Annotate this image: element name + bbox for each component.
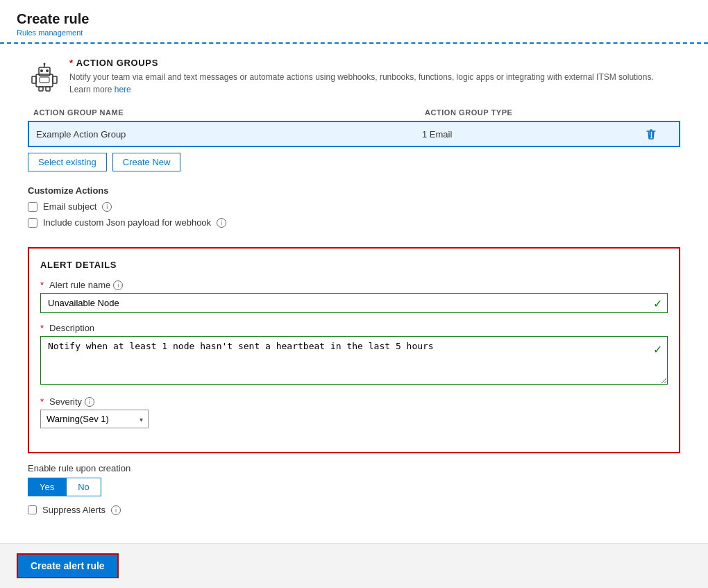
svg-rect-7 bbox=[53, 76, 57, 83]
page-title: Create rule bbox=[17, 11, 691, 27]
robot-icon bbox=[28, 60, 61, 94]
alert-rule-name-valid-icon: ✓ bbox=[653, 296, 662, 310]
svg-rect-6 bbox=[32, 76, 36, 83]
alert-rule-name-info-icon: i bbox=[113, 280, 123, 290]
action-group-table-header: ACTION GROUP NAME ACTION GROUP TYPE bbox=[28, 104, 680, 121]
create-alert-rule-button[interactable]: Create alert rule bbox=[17, 553, 119, 578]
alert-details-label: ALERT DETAILS bbox=[40, 260, 668, 270]
severity-select[interactable]: Warning(Sev 1) Critical(Sev 0) Error(Sev… bbox=[40, 410, 149, 428]
description-textarea[interactable] bbox=[40, 336, 668, 385]
enable-yes-button[interactable]: Yes bbox=[28, 478, 66, 496]
action-groups-label: *ACTION GROUPS bbox=[69, 58, 680, 68]
custom-json-info-icon: i bbox=[217, 218, 226, 228]
create-new-button[interactable]: Create New bbox=[112, 153, 181, 171]
severity-label: * Severity i bbox=[40, 396, 668, 407]
suppress-alerts-label: Suppress Alerts bbox=[42, 505, 106, 515]
custom-json-label: Include custom Json payload for webhook bbox=[43, 217, 211, 228]
description-valid-icon: ✓ bbox=[653, 343, 662, 356]
learn-more-link[interactable]: here bbox=[115, 85, 131, 94]
description-label: * Description bbox=[40, 323, 668, 333]
action-group-type: 1 Email bbox=[422, 129, 630, 140]
custom-json-checkbox[interactable] bbox=[28, 218, 37, 228]
enable-no-button[interactable]: No bbox=[66, 478, 101, 496]
suppress-alerts-info-icon: i bbox=[111, 505, 121, 515]
email-subject-checkbox[interactable] bbox=[28, 202, 37, 212]
alert-rule-name-input[interactable] bbox=[40, 293, 668, 313]
svg-rect-9 bbox=[46, 87, 50, 91]
breadcrumb[interactable]: Rules management bbox=[17, 28, 691, 37]
customize-actions-title: Customize Actions bbox=[28, 185, 680, 196]
svg-point-2 bbox=[40, 69, 43, 72]
svg-rect-10 bbox=[40, 77, 49, 83]
svg-point-5 bbox=[44, 62, 46, 65]
action-group-row: Example Action Group 1 Email bbox=[28, 121, 680, 147]
email-subject-label: Email subject bbox=[43, 201, 96, 212]
action-group-name: Example Action Group bbox=[36, 129, 422, 140]
enable-rule-label: Enable rule upon creation bbox=[28, 463, 680, 473]
svg-point-3 bbox=[46, 69, 49, 72]
email-subject-info-icon: i bbox=[102, 202, 112, 212]
select-existing-button[interactable]: Select existing bbox=[28, 153, 107, 171]
suppress-alerts-checkbox[interactable] bbox=[28, 505, 37, 514]
alert-rule-name-label: * Alert rule name i bbox=[40, 280, 668, 290]
severity-info-icon: i bbox=[85, 397, 94, 407]
delete-action-group-button[interactable] bbox=[630, 128, 672, 140]
action-groups-desc: Notify your team via email and text mess… bbox=[69, 71, 680, 96]
svg-rect-8 bbox=[39, 87, 43, 91]
